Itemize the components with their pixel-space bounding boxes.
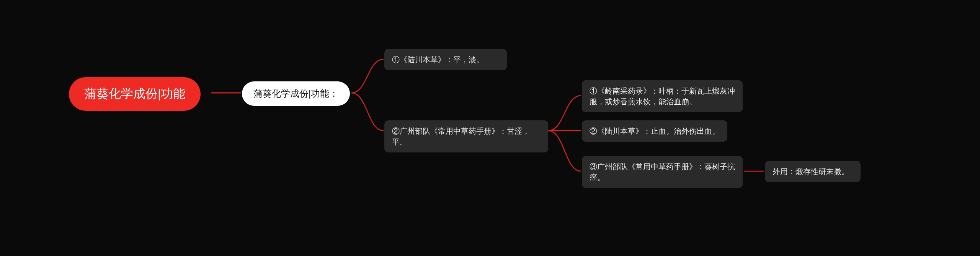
level3a-node[interactable]: ①《岭南采药录》：叶柄：于新瓦上煅灰冲服，或炒香煎水饮，能治血崩。 — [582, 80, 743, 112]
level3a-label: ①《岭南采药录》：叶柄：于新瓦上煅灰冲服，或炒香煎水饮，能治血崩。 — [590, 86, 735, 107]
level2b-node[interactable]: ②广州部队《常用中草药手册》：甘涩，平。 — [384, 120, 548, 152]
level2b-label: ②广州部队《常用中草药手册》：甘涩，平。 — [392, 126, 541, 147]
root-label: 蒲葵化学成份|功能 — [84, 86, 185, 102]
level3b-label: ②《陆川本草》：止血。治外伤出血。 — [590, 126, 720, 136]
level2a-node[interactable]: ①《陆川本草》：平，淡。 — [384, 49, 507, 70]
level4-label: 外用：煅存性研末撒。 — [773, 166, 849, 177]
level2a-label: ①《陆川本草》：平，淡。 — [392, 54, 484, 65]
level3b-node[interactable]: ②《陆川本草》：止血。治外伤出血。 — [582, 120, 727, 142]
level1-label: 蒲葵化学成份|功能： — [253, 87, 338, 100]
level4-node[interactable]: 外用：煅存性研末撒。 — [765, 161, 861, 182]
level1-node[interactable]: 蒲葵化学成份|功能： — [242, 81, 350, 106]
mindmap-canvas: 蒲葵化学成份|功能 蒲葵化学成份|功能： ①《陆川本草》：平，淡。 ②广州部队《… — [0, 0, 980, 256]
root-node[interactable]: 蒲葵化学成份|功能 — [69, 77, 201, 111]
level3c-node[interactable]: ③广州部队《常用中草药手册》：葵树子抗癌。 — [582, 156, 743, 188]
level3c-label: ③广州部队《常用中草药手册》：葵树子抗癌。 — [590, 161, 735, 183]
